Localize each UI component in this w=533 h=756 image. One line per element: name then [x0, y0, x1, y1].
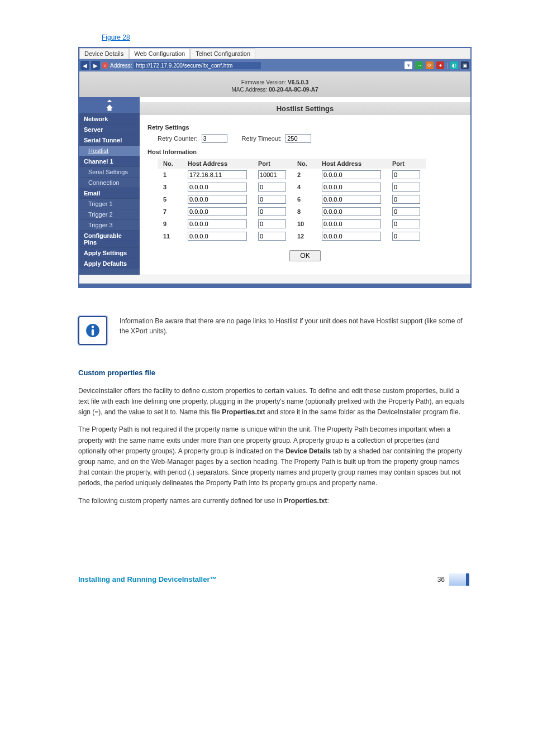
meta-band: Firmware Version: V6.5.0.3 MAC Address: …	[79, 71, 470, 97]
sidebar-item-network[interactable]: Network	[79, 113, 140, 124]
sidebar-item-trigger-2[interactable]: Trigger 2	[79, 209, 140, 219]
mac-value: 00-20-4A-8C-09-A7	[269, 87, 318, 93]
row-no: 8	[292, 205, 316, 218]
row-no: 7	[158, 205, 182, 218]
col-port-left: Port	[253, 159, 292, 169]
mac-label: MAC Address:	[231, 87, 267, 93]
sidebar-item-apply-defaults[interactable]: Apply Defaults	[79, 258, 140, 269]
host-address-input[interactable]	[188, 183, 247, 192]
back-icon[interactable]: ◀	[80, 61, 89, 70]
custom-heading: Custom properties file	[78, 367, 469, 379]
top-tabs: Device Details Web Configuration Telnet …	[79, 48, 470, 59]
port-input[interactable]	[258, 219, 286, 228]
port-input[interactable]	[392, 219, 420, 228]
address-label: Address:	[110, 63, 132, 69]
retry-timeout-label: Retry Timeout:	[242, 135, 282, 142]
sidebar-item-trigger-1[interactable]: Trigger 1	[79, 198, 140, 209]
row-no: 3	[158, 181, 182, 193]
row-no: 5	[158, 193, 182, 205]
tab-web-configuration[interactable]: Web Configuration	[129, 48, 190, 59]
figure-link[interactable]: Figure 28	[102, 34, 130, 41]
table-row: 78	[158, 205, 426, 218]
col-host-address-right: Host Address	[316, 159, 387, 169]
sidebar-item-hostlist[interactable]: Hostlist	[79, 145, 140, 156]
address-input[interactable]	[134, 62, 261, 69]
host-address-input[interactable]	[188, 170, 247, 179]
host-address-input[interactable]	[322, 195, 381, 204]
tool-icon-1[interactable]: ▾	[404, 61, 412, 69]
port-input[interactable]	[392, 207, 420, 216]
row-no: 4	[292, 181, 316, 193]
row-no: 10	[292, 218, 316, 230]
footer-block-icon	[449, 573, 469, 586]
table-row: 1112	[158, 230, 426, 242]
port-input[interactable]	[258, 195, 286, 204]
col-no-left: No.	[158, 159, 182, 169]
firmware-value: V6.5.0.3	[288, 79, 308, 85]
row-no: 1	[158, 169, 182, 181]
port-input[interactable]	[258, 232, 286, 241]
host-address-input[interactable]	[322, 207, 381, 216]
port-input[interactable]	[258, 170, 286, 179]
port-input[interactable]	[392, 183, 420, 192]
svg-rect-2	[92, 329, 94, 336]
tab-device-details[interactable]: Device Details	[79, 48, 129, 59]
sidebar-item-apply-settings[interactable]: Apply Settings	[79, 247, 140, 258]
sidebar-item-serial-settings[interactable]: Serial Settings	[79, 166, 140, 177]
footer-title: Installing and Running DeviceInstaller™	[78, 575, 217, 583]
sidebar-item-serial-tunnel[interactable]: Serial Tunnel	[79, 135, 140, 145]
table-row: 56	[158, 193, 426, 205]
row-no: 9	[158, 218, 182, 230]
port-input[interactable]	[258, 183, 286, 192]
custom-para-1: DeviceInstaller offers the facility to d…	[78, 386, 469, 418]
port-input[interactable]	[392, 170, 420, 179]
host-information-table: No. Host Address Port No. Host Address P…	[158, 159, 426, 242]
firmware-label: Firmware Version:	[241, 79, 287, 85]
content-title: Hostlist Settings	[140, 102, 470, 115]
host-address-input[interactable]	[322, 232, 381, 241]
sidebar-item-configurable-pins[interactable]: Configurable Pins	[79, 230, 140, 247]
sidebar-item-server[interactable]: Server	[79, 124, 140, 135]
host-address-input[interactable]	[322, 170, 381, 179]
port-input[interactable]	[258, 207, 286, 216]
custom-para-2: The Property Path is not required if the…	[78, 424, 469, 489]
app-window: Device Details Web Configuration Telnet …	[78, 47, 472, 288]
retry-counter-label: Retry Counter:	[158, 135, 198, 142]
host-address-input[interactable]	[188, 219, 247, 228]
refresh-icon[interactable]: ⟳	[426, 61, 434, 69]
sidebar-item-email[interactable]: Email	[79, 188, 140, 198]
col-no-right: No.	[292, 159, 316, 169]
svg-point-1	[92, 326, 94, 328]
host-address-input[interactable]	[188, 195, 247, 204]
retry-timeout-input[interactable]	[285, 134, 311, 143]
sidebar-home-icon[interactable]	[79, 102, 140, 113]
custom-properties-section: Custom properties file DeviceInstaller o…	[78, 367, 469, 506]
info-note-text: Information Be aware that there are no p…	[120, 316, 469, 336]
page-footer: Installing and Running DeviceInstaller™ …	[78, 573, 469, 586]
home-icon[interactable]: ⌂	[102, 62, 108, 69]
retry-settings-heading: Retry Settings	[147, 124, 463, 131]
tab-telnet-configuration[interactable]: Telnet Configuration	[191, 48, 255, 59]
sidebar-item-connection[interactable]: Connection	[79, 177, 140, 188]
host-address-input[interactable]	[188, 232, 247, 241]
sidebar-item-trigger-3[interactable]: Trigger 3	[79, 219, 140, 230]
host-address-input[interactable]	[322, 183, 381, 192]
host-address-input[interactable]	[322, 219, 381, 228]
ok-button[interactable]: OK	[289, 250, 320, 261]
custom-para-3: The following custom property names are …	[78, 496, 469, 506]
go-icon[interactable]: →	[415, 61, 423, 69]
row-no: 12	[292, 230, 316, 242]
retry-counter-input[interactable]	[202, 134, 227, 143]
forward-icon[interactable]: ▶	[91, 61, 100, 70]
host-address-input[interactable]	[188, 207, 247, 216]
table-row: 34	[158, 181, 426, 193]
port-input[interactable]	[392, 195, 420, 204]
globe-icon[interactable]: ◐	[450, 61, 458, 69]
table-row: 910	[158, 218, 426, 230]
sidebar-item-channel-1[interactable]: Channel 1	[79, 156, 140, 166]
content-area: Retry Settings Retry Counter: Retry Time…	[140, 115, 470, 275]
stop-icon[interactable]: ●	[436, 61, 444, 69]
close-tool-icon[interactable]: ▣	[461, 61, 469, 69]
port-input[interactable]	[392, 232, 420, 241]
row-no: 2	[292, 169, 316, 181]
